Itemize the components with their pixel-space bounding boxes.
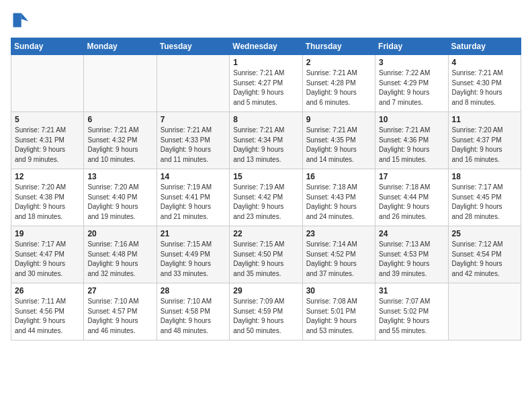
- day-cell-21: 21Sunrise: 7:15 AM Sunset: 4:49 PM Dayli…: [157, 226, 229, 283]
- col-header-wednesday: Wednesday: [230, 38, 302, 55]
- day-info: Sunrise: 7:13 AM Sunset: 4:53 PM Dayligh…: [379, 240, 444, 279]
- day-cell-26: 26Sunrise: 7:11 AM Sunset: 4:56 PM Dayli…: [11, 283, 84, 340]
- day-cell-23: 23Sunrise: 7:14 AM Sunset: 4:52 PM Dayli…: [302, 226, 375, 283]
- day-number: 16: [306, 172, 371, 181]
- day-info: Sunrise: 7:17 AM Sunset: 4:47 PM Dayligh…: [15, 240, 80, 279]
- day-number: 1: [233, 58, 298, 67]
- day-cell-30: 30Sunrise: 7:08 AM Sunset: 5:01 PM Dayli…: [302, 283, 375, 340]
- day-number: 6: [87, 115, 152, 124]
- day-info: Sunrise: 7:18 AM Sunset: 4:43 PM Dayligh…: [306, 183, 371, 222]
- day-info: Sunrise: 7:15 AM Sunset: 4:49 PM Dayligh…: [161, 240, 226, 279]
- day-number: 28: [161, 286, 226, 295]
- day-info: Sunrise: 7:21 AM Sunset: 4:32 PM Dayligh…: [87, 126, 152, 165]
- day-number: 24: [379, 229, 444, 238]
- day-info: Sunrise: 7:07 AM Sunset: 5:02 PM Dayligh…: [379, 297, 444, 336]
- day-cell-16: 16Sunrise: 7:18 AM Sunset: 4:43 PM Dayli…: [302, 169, 375, 226]
- day-cell-1: 1Sunrise: 7:21 AM Sunset: 4:27 PM Daylig…: [230, 55, 302, 112]
- col-header-saturday: Saturday: [448, 38, 521, 55]
- svg-rect-2: [13, 13, 21, 28]
- logo-icon: [11, 11, 30, 30]
- day-cell-7: 7Sunrise: 7:21 AM Sunset: 4:33 PM Daylig…: [157, 112, 229, 169]
- empty-cell: [157, 55, 229, 112]
- day-cell-19: 19Sunrise: 7:17 AM Sunset: 4:47 PM Dayli…: [11, 226, 84, 283]
- day-cell-20: 20Sunrise: 7:16 AM Sunset: 4:48 PM Dayli…: [84, 226, 157, 283]
- day-info: Sunrise: 7:09 AM Sunset: 4:59 PM Dayligh…: [233, 297, 298, 336]
- day-info: Sunrise: 7:21 AM Sunset: 4:31 PM Dayligh…: [15, 126, 80, 165]
- day-info: Sunrise: 7:20 AM Sunset: 4:37 PM Dayligh…: [452, 126, 517, 165]
- day-info: Sunrise: 7:20 AM Sunset: 4:38 PM Dayligh…: [15, 183, 80, 222]
- day-number: 9: [306, 115, 371, 124]
- day-cell-17: 17Sunrise: 7:18 AM Sunset: 4:44 PM Dayli…: [375, 169, 448, 226]
- day-cell-31: 31Sunrise: 7:07 AM Sunset: 5:02 PM Dayli…: [375, 283, 448, 340]
- day-number: 17: [379, 172, 444, 181]
- day-number: 11: [452, 115, 517, 124]
- day-cell-18: 18Sunrise: 7:17 AM Sunset: 4:45 PM Dayli…: [448, 169, 521, 226]
- col-header-tuesday: Tuesday: [157, 38, 229, 55]
- day-number: 29: [233, 286, 298, 295]
- day-cell-5: 5Sunrise: 7:21 AM Sunset: 4:31 PM Daylig…: [11, 112, 84, 169]
- day-info: Sunrise: 7:16 AM Sunset: 4:48 PM Dayligh…: [87, 240, 152, 279]
- day-number: 22: [233, 229, 298, 238]
- day-cell-11: 11Sunrise: 7:20 AM Sunset: 4:37 PM Dayli…: [448, 112, 521, 169]
- day-number: 7: [161, 115, 226, 124]
- day-info: Sunrise: 7:21 AM Sunset: 4:28 PM Dayligh…: [306, 68, 371, 107]
- empty-cell: [11, 55, 84, 112]
- day-cell-24: 24Sunrise: 7:13 AM Sunset: 4:53 PM Dayli…: [375, 226, 448, 283]
- day-info: Sunrise: 7:21 AM Sunset: 4:36 PM Dayligh…: [379, 126, 444, 165]
- day-info: Sunrise: 7:22 AM Sunset: 4:29 PM Dayligh…: [379, 68, 444, 107]
- day-number: 10: [379, 115, 444, 124]
- day-cell-14: 14Sunrise: 7:19 AM Sunset: 4:41 PM Dayli…: [157, 169, 229, 226]
- day-number: 8: [233, 115, 298, 124]
- week-row-3: 12Sunrise: 7:20 AM Sunset: 4:38 PM Dayli…: [11, 169, 521, 226]
- day-number: 25: [452, 229, 517, 238]
- day-number: 23: [306, 229, 371, 238]
- week-row-2: 5Sunrise: 7:21 AM Sunset: 4:31 PM Daylig…: [11, 112, 521, 169]
- logo: [11, 11, 32, 30]
- day-number: 3: [379, 58, 444, 67]
- day-number: 5: [15, 115, 80, 124]
- day-cell-15: 15Sunrise: 7:19 AM Sunset: 4:42 PM Dayli…: [230, 169, 302, 226]
- page-header: [11, 11, 521, 30]
- day-cell-22: 22Sunrise: 7:15 AM Sunset: 4:50 PM Dayli…: [230, 226, 302, 283]
- day-info: Sunrise: 7:10 AM Sunset: 4:57 PM Dayligh…: [87, 297, 152, 336]
- day-number: 21: [161, 229, 226, 238]
- day-info: Sunrise: 7:11 AM Sunset: 4:56 PM Dayligh…: [15, 297, 80, 336]
- day-info: Sunrise: 7:21 AM Sunset: 4:34 PM Dayligh…: [233, 126, 298, 165]
- day-number: 15: [233, 172, 298, 181]
- day-number: 2: [306, 58, 371, 67]
- day-info: Sunrise: 7:21 AM Sunset: 4:33 PM Dayligh…: [161, 126, 226, 165]
- week-row-5: 26Sunrise: 7:11 AM Sunset: 4:56 PM Dayli…: [11, 283, 521, 340]
- day-cell-29: 29Sunrise: 7:09 AM Sunset: 4:59 PM Dayli…: [230, 283, 302, 340]
- day-cell-13: 13Sunrise: 7:20 AM Sunset: 4:40 PM Dayli…: [84, 169, 157, 226]
- col-header-monday: Monday: [84, 38, 157, 55]
- week-row-4: 19Sunrise: 7:17 AM Sunset: 4:47 PM Dayli…: [11, 226, 521, 283]
- day-cell-8: 8Sunrise: 7:21 AM Sunset: 4:34 PM Daylig…: [230, 112, 302, 169]
- day-cell-6: 6Sunrise: 7:21 AM Sunset: 4:32 PM Daylig…: [84, 112, 157, 169]
- day-number: 12: [15, 172, 80, 181]
- day-number: 20: [87, 229, 152, 238]
- svg-marker-1: [21, 13, 29, 21]
- day-info: Sunrise: 7:17 AM Sunset: 4:45 PM Dayligh…: [452, 183, 517, 222]
- day-number: 30: [306, 286, 371, 295]
- col-header-sunday: Sunday: [11, 38, 84, 55]
- day-info: Sunrise: 7:21 AM Sunset: 4:30 PM Dayligh…: [452, 68, 517, 107]
- day-info: Sunrise: 7:21 AM Sunset: 4:27 PM Dayligh…: [233, 68, 298, 107]
- day-number: 14: [161, 172, 226, 181]
- day-cell-12: 12Sunrise: 7:20 AM Sunset: 4:38 PM Dayli…: [11, 169, 84, 226]
- day-cell-3: 3Sunrise: 7:22 AM Sunset: 4:29 PM Daylig…: [375, 55, 448, 112]
- day-info: Sunrise: 7:10 AM Sunset: 4:58 PM Dayligh…: [161, 297, 226, 336]
- day-cell-4: 4Sunrise: 7:21 AM Sunset: 4:30 PM Daylig…: [448, 55, 521, 112]
- day-number: 18: [452, 172, 517, 181]
- day-number: 4: [452, 58, 517, 67]
- day-number: 13: [87, 172, 152, 181]
- day-cell-9: 9Sunrise: 7:21 AM Sunset: 4:35 PM Daylig…: [302, 112, 375, 169]
- calendar-table: SundayMondayTuesdayWednesdayThursdayFrid…: [11, 38, 521, 340]
- empty-cell: [84, 55, 157, 112]
- day-number: 19: [15, 229, 80, 238]
- day-info: Sunrise: 7:15 AM Sunset: 4:50 PM Dayligh…: [233, 240, 298, 279]
- empty-cell: [448, 283, 521, 340]
- day-info: Sunrise: 7:08 AM Sunset: 5:01 PM Dayligh…: [306, 297, 371, 336]
- day-number: 31: [379, 286, 444, 295]
- day-info: Sunrise: 7:18 AM Sunset: 4:44 PM Dayligh…: [379, 183, 444, 222]
- day-info: Sunrise: 7:21 AM Sunset: 4:35 PM Dayligh…: [306, 126, 371, 165]
